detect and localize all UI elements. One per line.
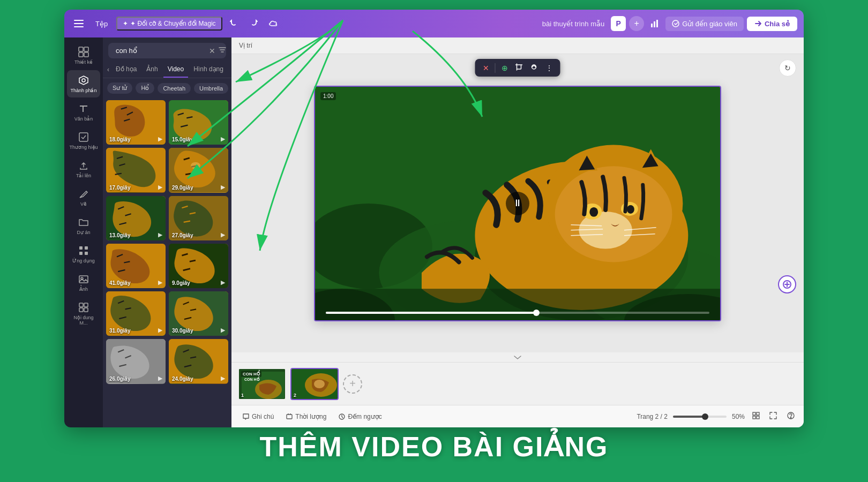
- sidebar-item-anh[interactable]: Ảnh: [67, 269, 100, 296]
- media-item[interactable]: 9.0giây ▶: [169, 244, 228, 288]
- notes-icon: [242, 413, 250, 420]
- apps-icon: [78, 245, 89, 257]
- countdown-tool[interactable]: Đếm ngược: [334, 411, 386, 423]
- filter-su-tu[interactable]: Sư tử: [107, 82, 132, 94]
- tab-video[interactable]: Video: [163, 62, 188, 78]
- media-item[interactable]: 29.0giây ▶: [169, 148, 228, 192]
- filter-tags: Sư tử Hổ Cheetah Umbrella ›: [103, 78, 231, 97]
- media-item[interactable]: 41.0giây ▶: [106, 244, 166, 288]
- video-toolbar: ✕ ⊕ ⋮: [475, 59, 560, 77]
- sidebar-item-ve[interactable]: Vẽ: [67, 184, 100, 211]
- search-bar: ✕: [108, 43, 226, 58]
- media-item[interactable]: 30.0giây ▶: [169, 291, 228, 336]
- search-clear-icon[interactable]: ✕: [209, 47, 215, 55]
- toolbar-crop-button[interactable]: [512, 61, 526, 74]
- menu-button[interactable]: [71, 18, 87, 29]
- share-button[interactable]: Chia sẻ: [747, 17, 797, 31]
- sidebar-item-thuong-hieu[interactable]: Thương hiệu: [67, 127, 100, 154]
- media-type-icon: ▶: [221, 231, 225, 238]
- sidebar-item-thanh-phan[interactable]: Thành phần: [67, 70, 100, 97]
- toolbar-divider: [495, 63, 496, 73]
- slide-strip: CON HỔ 1 CON HỔ: [231, 362, 804, 405]
- sidebar-label-tai-len: Tải lên: [76, 173, 91, 178]
- video-progress-dot: [533, 310, 540, 316]
- search-input[interactable]: [116, 47, 206, 55]
- svg-rect-2: [74, 26, 84, 27]
- duration-tool[interactable]: Thời lượng: [281, 411, 331, 423]
- svg-rect-16: [85, 252, 88, 255]
- canvas-bottom-chevron[interactable]: [231, 352, 804, 362]
- toolbar-more-button[interactable]: ⋮: [542, 62, 556, 74]
- media-item[interactable]: 15.0giây ▶: [169, 100, 228, 145]
- folder-icon: [78, 216, 89, 228]
- slide-frame[interactable]: ⏸ 1:00: [314, 86, 721, 321]
- svg-rect-21: [79, 308, 83, 312]
- play-button[interactable]: ⏸: [506, 192, 529, 215]
- sidebar-item-ung-dung[interactable]: Ứng dụng: [67, 240, 100, 268]
- media-type-icon: ▶: [221, 279, 225, 286]
- media-item[interactable]: 31.0giây ▶: [106, 291, 166, 336]
- redo-button[interactable]: [246, 17, 261, 30]
- canvas-add-button[interactable]: [778, 275, 796, 293]
- refresh-button[interactable]: ↻: [779, 59, 796, 77]
- zoom-slider[interactable]: [673, 416, 727, 418]
- magic-resize-button[interactable]: ✦ ✦ Đổi cỡ & Chuyển đổi Magic: [116, 17, 222, 31]
- media-duration: 18.0giây: [109, 137, 130, 142]
- add-slide-button[interactable]: +: [343, 374, 362, 394]
- sidebar-item-thiet-ke[interactable]: Thiết kế: [67, 42, 100, 69]
- toolbar-close-button[interactable]: ✕: [480, 62, 492, 74]
- filter-umbrella[interactable]: Umbrella: [194, 83, 228, 94]
- analytics-button[interactable]: [647, 17, 662, 30]
- media-type-icon: ▶: [158, 279, 162, 286]
- sidebar-icons: Thiết kế Thành phần Văn bản: [64, 37, 103, 427]
- page-info: Trang 2 / 2: [637, 413, 668, 420]
- brand-icon: [78, 131, 89, 143]
- help-button[interactable]: [784, 410, 797, 423]
- sidebar-item-tai-len[interactable]: Tải lên: [67, 155, 100, 183]
- svg-rect-17: [79, 276, 88, 283]
- p-button[interactable]: P: [611, 16, 626, 31]
- toolbar-audio-button[interactable]: [527, 61, 541, 74]
- tab-prev-arrow[interactable]: ‹: [106, 66, 110, 73]
- media-duration: 30.0giây: [172, 328, 193, 334]
- main-content: Thiết kế Thành phần Văn bản: [64, 37, 804, 427]
- media-item[interactable]: 27.0giây ▶: [169, 196, 228, 240]
- media-item[interactable]: 13.0giây ▶: [106, 196, 166, 240]
- pause-icon: ⏸: [513, 198, 522, 209]
- media-type-icon: ▶: [221, 327, 225, 334]
- filter-icon[interactable]: [219, 46, 226, 55]
- send-teacher-button[interactable]: Gửi đến giáo viên: [665, 17, 744, 31]
- tab-anh[interactable]: Ảnh: [142, 62, 162, 78]
- svg-point-11: [82, 79, 85, 82]
- sidebar-item-van-ban[interactable]: Văn bản: [67, 99, 100, 126]
- plus-button[interactable]: +: [629, 16, 644, 31]
- sidebar-item-du-an[interactable]: Dự án: [67, 212, 100, 239]
- slide-thumb-1[interactable]: CON HỔ 1 CON HỔ: [238, 368, 286, 400]
- presentation-title: bài thuyết trình mẫu: [542, 20, 604, 28]
- svg-rect-75: [757, 412, 759, 415]
- tab-hinh-dang[interactable]: Hình dạng: [189, 62, 228, 78]
- tab-do-hoa[interactable]: Đồ họa: [111, 62, 141, 78]
- nav-actions: bài thuyết trình mẫu P + Gửi đến giáo vi…: [542, 16, 797, 31]
- notes-tool[interactable]: Ghi chú: [238, 411, 278, 423]
- media-item[interactable]: 24.0giây ▶: [169, 339, 228, 383]
- grid-view-button[interactable]: [750, 411, 762, 422]
- filter-cheetah[interactable]: Cheetah: [158, 83, 191, 94]
- media-item[interactable]: 18.0giây ▶: [106, 100, 166, 145]
- undo-button[interactable]: [227, 17, 242, 30]
- slide-thumb-2[interactable]: 2: [290, 368, 339, 400]
- filter-ho[interactable]: Hổ: [136, 82, 154, 94]
- app-window: Tệp ✦ ✦ Đổi cỡ & Chuyển đổi Magic: [64, 10, 804, 427]
- toolbar-add-button[interactable]: ⊕: [498, 62, 511, 74]
- media-item[interactable]: 26.0giây ▶: [106, 339, 166, 383]
- sidebar-item-noi-dung[interactable]: Nội dung M...: [67, 297, 100, 330]
- sidebar-label-du-an: Dự án: [77, 230, 90, 235]
- media-item[interactable]: 17.0giây ▶: [106, 148, 166, 192]
- svg-point-51: [627, 205, 634, 213]
- fullscreen-button[interactable]: [767, 411, 779, 422]
- cloud-button[interactable]: [265, 18, 281, 29]
- tiger-video[interactable]: ⏸ 1:00: [315, 87, 720, 320]
- file-menu[interactable]: Tệp: [91, 18, 112, 30]
- svg-rect-72: [287, 415, 292, 419]
- video-progress[interactable]: [326, 312, 709, 314]
